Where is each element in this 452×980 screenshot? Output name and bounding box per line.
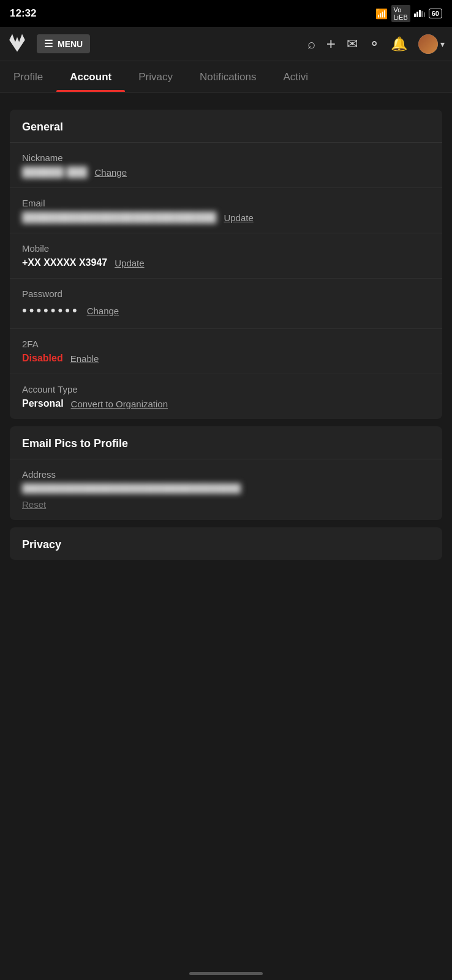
menu-label: MENU xyxy=(58,39,83,49)
account-type-field: Account Type Personal Convert to Organiz… xyxy=(10,374,442,419)
twofa-status: Disabled xyxy=(22,353,63,364)
address-value: ████████████████████████████████████ xyxy=(22,483,430,493)
menu-button[interactable]: ☰ MENU xyxy=(37,34,90,53)
twofa-label: 2FA xyxy=(22,339,430,349)
password-label: Password xyxy=(22,288,430,299)
password-dots: •••••••• xyxy=(22,303,80,318)
home-indicator xyxy=(189,972,263,975)
mobile-value: +XX XXXXX X3947 xyxy=(22,257,107,268)
carrier-label: VoLiEB xyxy=(391,5,410,22)
svg-rect-0 xyxy=(414,13,416,17)
app-logo[interactable] xyxy=(7,33,27,55)
status-bar: 12:32 📶 VoLiEB 60 xyxy=(0,0,452,27)
user-avatar-area[interactable]: ▾ xyxy=(418,34,445,54)
twofa-field: 2FA Disabled Enable xyxy=(10,329,442,374)
tab-notifications[interactable]: Notifications xyxy=(186,61,270,92)
bell-icon[interactable]: 🔔 xyxy=(391,36,407,52)
tabs-bar: Profile Account Privacy Notifications Ac… xyxy=(0,61,452,92)
privacy-section: Privacy xyxy=(10,527,442,560)
email-field: Email ████████████████████████████ Updat… xyxy=(10,188,442,233)
nickname-change-link[interactable]: Change xyxy=(94,167,127,178)
account-type-label: Account Type xyxy=(22,384,430,394)
signal-icon xyxy=(414,9,425,19)
email-pics-title: Email Pics to Profile xyxy=(10,426,442,459)
email-label: Email xyxy=(22,198,430,208)
general-section-title: General xyxy=(10,110,442,143)
account-type-value: Personal xyxy=(22,398,64,409)
status-icons: 📶 VoLiEB 60 xyxy=(375,5,443,22)
password-change-link[interactable]: Change xyxy=(87,306,119,316)
mobile-update-link[interactable]: Update xyxy=(115,258,144,268)
email-pics-section: Email Pics to Profile Address ██████████… xyxy=(10,426,442,520)
nickname-value: ██████ ███ xyxy=(22,167,87,178)
twofa-enable-link[interactable]: Enable xyxy=(70,353,99,364)
privacy-section-title: Privacy xyxy=(10,527,442,560)
hamburger-icon: ☰ xyxy=(44,38,53,50)
svg-rect-3 xyxy=(421,11,423,17)
avatar[interactable] xyxy=(418,34,438,54)
chevron-down-icon[interactable]: ▾ xyxy=(440,39,445,49)
email-update-link[interactable]: Update xyxy=(224,213,253,223)
svg-rect-4 xyxy=(424,12,425,17)
mobile-label: Mobile xyxy=(22,243,430,254)
nav-bar: ☰ MENU ⌕ + ✉ ⚬ 🔔 ▾ xyxy=(0,27,452,61)
reset-link[interactable]: Reset xyxy=(22,499,46,510)
wifi-icon: 📶 xyxy=(375,8,388,20)
tab-account[interactable]: Account xyxy=(56,61,125,92)
password-field: Password •••••••• Change xyxy=(10,279,442,329)
svg-rect-2 xyxy=(419,10,421,17)
svg-rect-1 xyxy=(416,12,418,17)
user-icon[interactable]: ⚬ xyxy=(369,36,380,52)
main-content: General Nickname ██████ ███ Change Email… xyxy=(0,92,452,577)
create-icon[interactable]: + xyxy=(326,34,336,53)
battery-icon: 60 xyxy=(429,9,442,18)
general-section: General Nickname ██████ ███ Change Email… xyxy=(10,110,442,419)
address-label: Address xyxy=(22,469,430,480)
search-icon[interactable]: ⌕ xyxy=(307,36,315,52)
tab-activity[interactable]: Activi xyxy=(270,61,322,92)
nav-icons: ⌕ + ✉ ⚬ 🔔 ▾ xyxy=(307,34,445,54)
status-time: 12:32 xyxy=(10,7,36,20)
nickname-field: Nickname ██████ ███ Change xyxy=(10,143,442,188)
tab-profile[interactable]: Profile xyxy=(0,61,56,92)
mail-icon[interactable]: ✉ xyxy=(347,36,358,52)
convert-to-org-link[interactable]: Convert to Organization xyxy=(71,399,168,409)
email-value: ████████████████████████████ xyxy=(22,212,216,223)
mobile-field: Mobile +XX XXXXX X3947 Update xyxy=(10,233,442,279)
tab-privacy[interactable]: Privacy xyxy=(125,61,186,92)
email-pics-address-field: Address ████████████████████████████████… xyxy=(10,459,442,520)
nickname-label: Nickname xyxy=(22,153,430,163)
